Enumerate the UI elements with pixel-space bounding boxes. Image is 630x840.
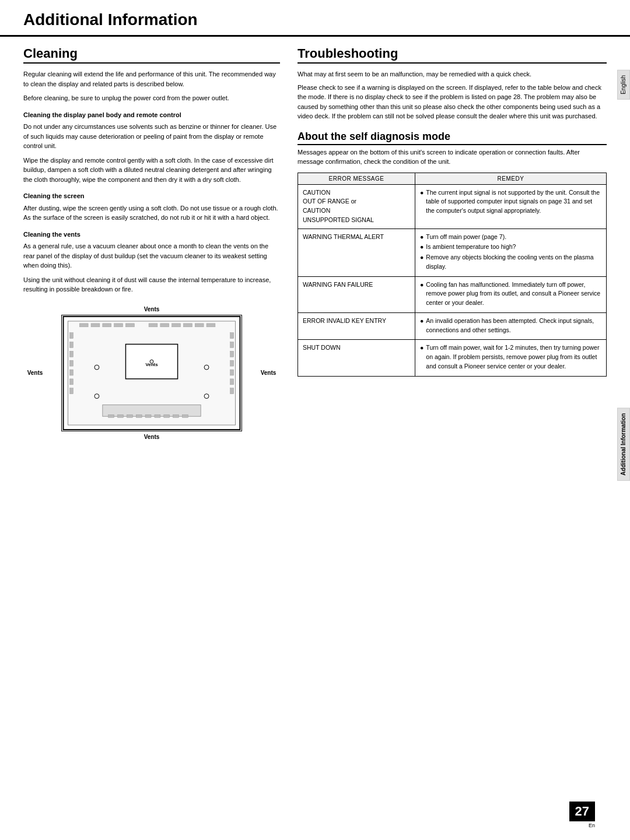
cleaning-section: Cleaning Regular cleaning will extend th…	[23, 37, 280, 440]
remedy-bullet: ●Turn off main power (page 7).	[420, 233, 601, 242]
svg-rect-26	[230, 388, 234, 393]
bullet-text: Turn off main power (page 7).	[426, 233, 506, 242]
remedy-bullet: ●Is ambient temperature too high?	[420, 242, 601, 252]
svg-rect-38	[145, 414, 151, 417]
bullet-symbol: ●	[420, 253, 424, 272]
cleaning-intro-p1: Regular cleaning will extend the life an…	[23, 69, 280, 89]
bullet-symbol: ●	[420, 343, 424, 371]
remedy-bullet: ●An invalid operation has been attempted…	[420, 317, 601, 335]
svg-rect-34	[108, 414, 114, 417]
bullet-symbol: ●	[420, 280, 424, 308]
svg-rect-18	[69, 378, 73, 384]
svg-rect-7	[149, 323, 158, 326]
svg-rect-5	[114, 323, 123, 326]
svg-rect-39	[155, 414, 160, 417]
table-row: ERROR INVALID KEY ENTRY●An invalid opera…	[298, 312, 607, 340]
cleaning-vents-title: Cleaning the vents	[23, 230, 280, 240]
remedy-cell: ●An invalid operation has been attempted…	[415, 312, 607, 340]
error-msg-cell: WARNING FAN FAILURE	[298, 276, 415, 312]
error-msg-cell: SHUT DOWN	[298, 340, 415, 376]
page-number: 27	[569, 802, 595, 821]
svg-rect-36	[127, 414, 132, 417]
svg-rect-42	[182, 414, 188, 417]
svg-rect-6	[125, 323, 134, 326]
svg-rect-4	[103, 323, 111, 326]
svg-rect-12	[206, 323, 215, 326]
table-header-remedy: REMEDY	[415, 173, 607, 184]
svg-rect-2	[79, 323, 88, 326]
troubleshooting-p2: Please check to see if a warning is disp…	[298, 83, 607, 121]
remedy-bullet: ●Turn off main power, wait for 1-2 minut…	[420, 343, 601, 371]
svg-rect-20	[230, 332, 234, 338]
troubleshooting-p1: What may at first seem to be an malfunct…	[298, 69, 607, 79]
table-row: SHUT DOWN●Turn off main power, wait for …	[298, 340, 607, 376]
page-wrapper: Additional Information English Additiona…	[0, 0, 630, 840]
svg-rect-35	[118, 414, 124, 417]
bullet-text: An invalid operation has been attempted.…	[426, 317, 601, 335]
cleaning-body: Regular cleaning will extend the life an…	[23, 69, 280, 294]
svg-rect-21	[230, 342, 234, 347]
remedy-cell: ●Turn off main power, wait for 1-2 minut…	[415, 340, 607, 376]
diagram-label-right: Vents	[257, 370, 280, 376]
page-number-area: 27 En	[569, 802, 595, 828]
svg-rect-25	[230, 378, 234, 384]
remedy-cell: ●Cooling fan has malfunctioned. Immediat…	[415, 276, 607, 312]
svg-rect-15	[69, 351, 73, 357]
svg-rect-3	[91, 323, 100, 326]
side-tab-english: English	[617, 70, 630, 100]
table-row: CAUTIONOUT OF RANGE orCAUTIONUNSUPPORTED…	[298, 184, 607, 229]
remedy-bullet: ●The current input signal is not support…	[420, 188, 601, 216]
cleaning-display-title: Cleaning the display panel body and remo…	[23, 110, 280, 120]
bullet-text: Turn off main power, wait for 1-2 minute…	[426, 343, 601, 371]
svg-rect-41	[173, 414, 179, 417]
svg-rect-8	[160, 323, 169, 326]
svg-rect-24	[230, 370, 234, 375]
remedy-bullet: ●Remove any objects blocking the cooling…	[420, 253, 601, 272]
bullet-text: The current input signal is not supporte…	[426, 188, 601, 216]
svg-rect-16	[69, 360, 73, 366]
bullet-symbol: ●	[420, 317, 424, 335]
diagnosis-intro: Messages appear on the bottom of this un…	[298, 147, 607, 167]
table-header-error: ERROR MESSAGE	[298, 173, 415, 184]
troubleshooting-intro: What may at first seem to be an malfunct…	[298, 69, 607, 121]
main-content: Cleaning Regular cleaning will extend th…	[0, 37, 630, 452]
error-msg-cell: ERROR INVALID KEY ENTRY	[298, 312, 415, 340]
diagram-label-left: Vents	[23, 370, 47, 376]
svg-rect-13	[69, 332, 73, 338]
cleaning-vents-p1: As a general rule, use a vacuum cleaner …	[23, 241, 280, 270]
cleaning-title: Cleaning	[23, 46, 280, 64]
diagram-label-bottom: Vents	[23, 434, 280, 440]
bullet-symbol: ●	[420, 242, 424, 252]
svg-rect-22	[230, 351, 234, 357]
cleaning-screen-title: Cleaning the screen	[23, 191, 280, 201]
side-tab-additional: Additional Information	[617, 408, 630, 481]
svg-rect-10	[183, 323, 192, 326]
svg-rect-14	[69, 342, 73, 347]
diagram-row: Vents	[23, 315, 280, 431]
cleaning-vents-p2: Using the unit without cleaning it of du…	[23, 275, 280, 294]
bullet-symbol: ●	[420, 188, 424, 216]
svg-rect-23	[230, 360, 234, 366]
cleaning-screen-p1: After dusting, wipe the screen gently us…	[23, 203, 280, 223]
svg-rect-9	[172, 323, 181, 326]
remedy-bullet: ●Cooling fan has malfunctioned. Immediat…	[420, 280, 601, 308]
troubleshooting-title: Troubleshooting	[298, 46, 607, 64]
bullet-text: Cooling fan has malfunctioned. Immediate…	[426, 280, 601, 308]
page-title: Additional Information	[23, 10, 607, 29]
remedy-cell: ●The current input signal is not support…	[415, 184, 607, 229]
remedy-cell: ●Turn off main power (page 7).●Is ambien…	[415, 229, 607, 276]
svg-rect-17	[69, 370, 73, 375]
table-row: WARNING THERMAL ALERT●Turn off main powe…	[298, 229, 607, 276]
cleaning-display-p1: Do not under any circumstances use solve…	[23, 122, 280, 151]
tv-diagram-svg: Vents	[61, 315, 242, 431]
diagnosis-title: About the self diagnosis mode	[298, 131, 607, 145]
svg-rect-19	[69, 388, 73, 393]
svg-rect-40	[164, 414, 170, 417]
svg-text:Vents: Vents	[145, 362, 158, 367]
bullet-text: Remove any objects blocking the cooling …	[426, 253, 601, 272]
svg-rect-37	[136, 414, 142, 417]
diagram-label-top: Vents	[23, 306, 280, 312]
page-header: Additional Information	[0, 0, 630, 37]
error-msg-cell: CAUTIONOUT OF RANGE orCAUTIONUNSUPPORTED…	[298, 184, 415, 229]
right-column: Troubleshooting What may at first seem t…	[298, 37, 607, 440]
